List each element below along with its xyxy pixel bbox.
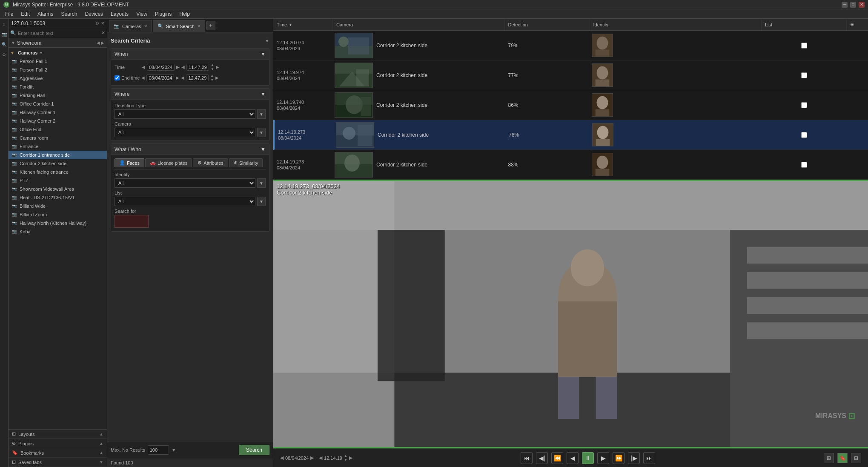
tab-smart-search[interactable]: 🔍 Smart Search ✕ — [153, 20, 205, 32]
what-who-section-header[interactable]: What / Who ▼ — [111, 144, 269, 155]
result-checkbox-5[interactable] — [801, 162, 807, 168]
minimize-button[interactable]: ─ — [842, 2, 848, 8]
end-hour-prev-icon[interactable]: ◀ — [181, 75, 184, 80]
camera-item-heat[interactable]: 📷 Heat - DS-2TD2136-15/V1 — [9, 193, 107, 202]
menu-help[interactable]: Help — [176, 10, 193, 18]
menu-search[interactable]: Search — [57, 10, 80, 18]
cameras-section-header[interactable]: ▼ Cameras ▾ — [9, 49, 107, 57]
camera-item-ptz[interactable]: 📷 PTZ — [9, 176, 107, 185]
skip-fwd-btn[interactable]: ⏩ — [613, 452, 625, 464]
play-back-btn[interactable]: ◀ — [567, 452, 579, 464]
camera-item-person-fall-2[interactable]: 📷 Person Fall 2 — [9, 66, 107, 74]
camera-item-hallway-north[interactable]: 📷 Hallway North (Kitchen Hallway) — [9, 219, 107, 227]
max-results-input[interactable] — [148, 445, 169, 455]
list-select[interactable]: All — [115, 197, 255, 206]
showroom-prev-icon[interactable]: ◀ — [97, 40, 100, 45]
time-hour-next-icon[interactable]: ▶ — [216, 65, 219, 69]
playback-time-prev-icon[interactable]: ◀ — [319, 455, 322, 461]
connection-close-icon[interactable]: ✕ — [101, 21, 104, 26]
end-up-icon[interactable]: ▲ — [210, 74, 214, 77]
camera-item-hallway-corner-2[interactable]: 📷 Hallway Corner 2 — [9, 117, 107, 125]
result-row-2[interactable]: 12.14.19.974 08/04/2024 Corridor 2 kitch… — [273, 60, 868, 90]
col-list[interactable]: List — [762, 19, 847, 30]
maximize-button[interactable]: □ — [850, 2, 856, 8]
camera-item-forklift[interactable]: 📷 Forklift — [9, 83, 107, 91]
sidebar-search-icon[interactable]: 🔍 — [1, 41, 8, 48]
detection-type-dropdown-btn[interactable]: ▼ — [257, 109, 266, 119]
showroom-expand-icon[interactable]: ▼ — [11, 40, 15, 45]
col-expand[interactable]: ⊕ — [847, 19, 868, 30]
time-hour-prev-icon[interactable]: ◀ — [181, 65, 185, 69]
time-down-btn[interactable]: ▼ — [344, 458, 347, 462]
time-prev-icon[interactable]: ◀ — [142, 65, 145, 69]
end-next-icon[interactable]: ▶ — [176, 75, 179, 80]
end-down-icon[interactable]: ▼ — [210, 78, 214, 82]
search-button[interactable]: Search — [239, 445, 269, 455]
face-tab-license-plates[interactable]: 🚗 License plates — [145, 158, 192, 167]
result-row-3[interactable]: 12.14.19.740 08/04/2024 Corridor 2 kitch… — [273, 90, 868, 120]
video-preview[interactable]: 12.14.19.273_08/04/2024 Corridor 2 kitch… — [273, 180, 868, 448]
camera-search-clear-icon[interactable]: ✕ — [101, 30, 105, 36]
col-time[interactable]: Time ▼ — [273, 19, 333, 30]
end-prev-icon[interactable]: ◀ — [141, 75, 145, 80]
result-checkbox-4[interactable] — [801, 132, 807, 138]
search-for-box[interactable] — [115, 215, 149, 228]
time-up-icon[interactable]: ▲ — [211, 63, 214, 67]
face-tab-attributes[interactable]: ⚙ Attributes — [193, 158, 228, 167]
bookmarks-section[interactable]: 🔖 Bookmarks ▲ — [9, 448, 107, 458]
end-time-checkbox[interactable] — [115, 75, 120, 80]
plugins-section[interactable]: ⊛ Plugins ▲ — [9, 439, 107, 448]
menu-devices[interactable]: Devices — [81, 10, 106, 18]
col-camera[interactable]: Camera — [333, 19, 505, 30]
play-btn[interactable]: ▶ — [597, 452, 609, 464]
tab-add-button[interactable]: + — [206, 21, 215, 30]
camera-item-corridor-1-entrance[interactable]: 📷 Corridor 1 entrance side — [9, 151, 107, 159]
layout-bookmark-btn[interactable]: 🔖 — [837, 453, 848, 463]
camera-select[interactable]: All — [115, 128, 255, 137]
camera-item-billiard-wide[interactable]: 📷 Billiard Wide — [9, 202, 107, 210]
sidebar-camera-icon[interactable]: 📷 — [1, 31, 8, 37]
camera-item-office-end[interactable]: 📷 Office End — [9, 125, 107, 134]
result-row-4[interactable]: 12.14.19.273 08/04/2024 Corridor 2 kitch… — [273, 120, 868, 150]
camera-item-parking-hall[interactable]: 📷 Parking Hall — [9, 91, 107, 100]
time-down-icon[interactable]: ▼ — [211, 67, 214, 71]
result-checkbox-3[interactable] — [801, 102, 807, 108]
camera-search-input[interactable] — [18, 31, 100, 36]
detection-type-select[interactable]: All — [115, 109, 255, 119]
where-section-header[interactable]: Where ▼ — [111, 89, 269, 100]
sidebar-home-icon[interactable]: ⌂ — [1, 20, 8, 27]
menu-layouts[interactable]: Layouts — [107, 10, 132, 18]
camera-item-aggressive[interactable]: 📷 Aggressive — [9, 74, 107, 83]
col-identity[interactable]: Identity — [590, 19, 762, 30]
face-tab-faces[interactable]: 👤 Faces — [115, 158, 144, 167]
time-up-btn[interactable]: ▲ — [344, 454, 347, 458]
sidebar-settings-icon[interactable]: ⚙ — [1, 51, 8, 58]
camera-item-corridor-2-kitchen[interactable]: 📷 Corridor 2 kitchen side — [9, 159, 107, 168]
menu-file[interactable]: File — [2, 10, 17, 18]
time-next-icon[interactable]: ▶ — [176, 65, 180, 69]
step-fwd-btn[interactable]: |▶ — [628, 452, 640, 464]
camera-item-kitchen-facing[interactable]: 📷 Kitchen facing entrance — [9, 168, 107, 176]
result-checkbox-2[interactable] — [801, 72, 807, 78]
face-tab-similarity[interactable]: ⊕ Similarity — [229, 158, 263, 167]
camera-item-office-corridor-1[interactable]: 📷 Office Corridor 1 — [9, 100, 107, 108]
tab-smart-search-close-icon[interactable]: ✕ — [197, 24, 201, 29]
saved-tabs-section[interactable]: ⊡ Saved tabs ▼ — [9, 458, 107, 467]
when-section-header[interactable]: When ▼ — [111, 49, 269, 60]
search-criteria-collapse-icon[interactable]: ▼ — [265, 38, 269, 43]
date-prev-icon[interactable]: ◀ — [280, 455, 284, 461]
rewind-btn[interactable]: ⏮ — [521, 452, 533, 464]
skip-back-btn[interactable]: ⏪ — [551, 452, 563, 464]
camera-item-entrance[interactable]: 📷 Entrance — [9, 142, 107, 151]
layout-grid-btn[interactable]: ⊞ — [824, 453, 834, 463]
end-hour-next-icon[interactable]: ▶ — [215, 75, 219, 80]
identity-select[interactable]: All — [115, 178, 255, 188]
camera-item-camera-room[interactable]: 📷 Camera room — [9, 134, 107, 142]
pause-btn[interactable]: ⏸ — [582, 452, 594, 464]
result-row-1[interactable]: 12.14.20.074 08/04/2024 Corridor 2 kitch… — [273, 31, 868, 60]
date-next-icon[interactable]: ▶ — [310, 455, 314, 461]
identity-dropdown-btn[interactable]: ▼ — [257, 178, 266, 188]
camera-item-person-fall-1[interactable]: 📷 Person Fall 1 — [9, 57, 107, 66]
camera-item-billiard-zoom[interactable]: 📷 Billiard Zoom — [9, 210, 107, 219]
list-dropdown-btn[interactable]: ▼ — [257, 197, 266, 206]
